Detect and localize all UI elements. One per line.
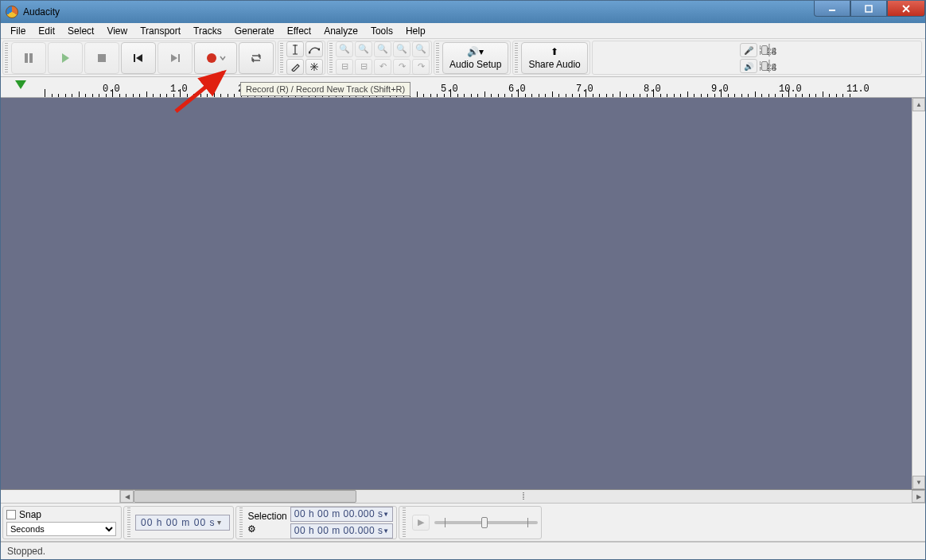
toolbar-grip[interactable]	[436, 43, 439, 73]
selection-end[interactable]: 00 h 00 m 00.000 s▾	[290, 523, 393, 539]
mic-icon[interactable]: 🎤	[740, 43, 757, 57]
menu-effect[interactable]: Effect	[281, 24, 317, 38]
snap-checkbox[interactable]	[6, 510, 16, 519]
recording-meter[interactable]: -48 -24	[768, 44, 770, 56]
fit-project-button[interactable]: 🔍	[393, 41, 410, 57]
record-button[interactable]	[194, 42, 237, 74]
play-button[interactable]	[48, 42, 83, 74]
zoom-in-button[interactable]: 🔍	[336, 41, 353, 57]
trim-button[interactable]: ⊟	[336, 59, 353, 75]
svg-rect-3	[29, 53, 33, 63]
hscroll-track[interactable]	[134, 490, 912, 503]
menu-tools[interactable]: Tools	[364, 24, 399, 38]
share-audio-button[interactable]: ⬆ Share Audio	[521, 42, 587, 74]
audio-setup-label: Audio Setup	[449, 59, 501, 70]
ruler-label: 5.0	[441, 84, 458, 95]
transport-toolbar	[2, 41, 276, 75]
scroll-left-button[interactable]: ◀	[120, 490, 134, 503]
svg-rect-5	[134, 54, 135, 62]
close-button[interactable]	[887, 1, 925, 17]
ruler-label: 11.0	[846, 84, 870, 95]
hscroll-thumb[interactable]	[134, 490, 356, 503]
envelope-tool[interactable]	[305, 41, 323, 57]
undo-button[interactable]: ↶	[374, 59, 391, 75]
status-text: Stopped.	[7, 546, 45, 557]
snap-unit-select[interactable]: Seconds	[6, 522, 116, 536]
stop-button[interactable]	[84, 42, 119, 74]
zoom-toggle-button[interactable]: 🔍	[412, 41, 430, 57]
maximize-button[interactable]	[850, 1, 887, 17]
menu-file[interactable]: File	[4, 24, 32, 38]
window-title: Audacity	[23, 6, 60, 18]
speed-slider-thumb[interactable]	[481, 517, 488, 528]
fit-selection-button[interactable]: 🔍	[374, 41, 391, 57]
vertical-scrollbar[interactable]: ▲ ▼	[912, 98, 925, 489]
loop-button[interactable]	[239, 42, 274, 74]
playback-meter[interactable]: -48 -24	[768, 60, 770, 72]
toolbar-grip[interactable]	[127, 508, 130, 538]
skip-start-button[interactable]	[121, 42, 156, 74]
gear-icon[interactable]: ⚙	[247, 523, 286, 535]
menu-transport[interactable]: Transport	[134, 24, 187, 38]
selection-tool[interactable]	[286, 41, 304, 57]
menu-tracks[interactable]: Tracks	[187, 24, 228, 38]
scroll-right-button[interactable]: ▶	[912, 490, 925, 503]
toolbar-grip[interactable]	[515, 43, 518, 73]
menu-generate[interactable]: Generate	[228, 24, 281, 38]
play-at-speed-button[interactable]: ▶	[412, 515, 430, 531]
silence-button[interactable]: ⊟	[355, 59, 372, 75]
svg-rect-1	[866, 6, 872, 12]
menubar: File Edit Select View Transport Tracks G…	[1, 23, 925, 39]
app-icon	[6, 6, 18, 18]
redo-button[interactable]: ↷	[393, 59, 410, 75]
svg-rect-4	[98, 54, 106, 62]
draw-tool[interactable]	[286, 59, 304, 75]
ruler-label: 0.0	[103, 84, 120, 95]
menu-view[interactable]: View	[100, 24, 134, 38]
multi-tool[interactable]	[305, 59, 323, 75]
skip-end-button[interactable]	[158, 42, 193, 74]
selection-start[interactable]: 00 h 00 m 00.000 s▾	[290, 507, 393, 522]
selection-panel: Selection ⚙ 00 h 00 m 00.000 s▾ 00 h 00 …	[235, 506, 397, 539]
track-area[interactable]: ▲ ▼	[1, 98, 925, 490]
selection-label: Selection	[247, 511, 286, 522]
time-panel: 00 h 00 m 00 s▾	[123, 506, 234, 539]
audio-setup-button[interactable]: 🔊▾ Audio Setup	[442, 42, 508, 74]
menu-select[interactable]: Select	[61, 24, 100, 38]
menu-analyze[interactable]: Analyze	[317, 24, 364, 38]
toolbar-grip[interactable]	[403, 508, 406, 538]
menu-edit[interactable]: Edit	[32, 24, 61, 38]
menu-help[interactable]: Help	[399, 24, 432, 38]
speaker-meter-icon[interactable]: 🔊	[740, 59, 757, 73]
toolbar-grip[interactable]	[239, 508, 243, 538]
record-tooltip: Record (R) / Record New Track (Shift+R)	[240, 82, 410, 96]
redo-button-2[interactable]: ↷	[412, 59, 430, 75]
toolbar-grip[interactable]	[280, 43, 283, 73]
scroll-down-button[interactable]: ▼	[912, 476, 925, 489]
snap-panel: Snap Seconds	[2, 506, 122, 539]
tools-toolbar	[278, 41, 325, 75]
meter-slider-thumb[interactable]	[761, 45, 768, 55]
meter-slider-thumb[interactable]	[761, 61, 768, 71]
playback-speed-panel: ▶	[399, 506, 542, 539]
speed-slider[interactable]	[434, 521, 538, 524]
snap-label: Snap	[19, 509, 41, 520]
time-display[interactable]: 00 h 00 m 00 s▾	[135, 515, 230, 531]
ruler-label: 8.0	[644, 84, 661, 95]
zoom-out-button[interactable]: 🔍	[355, 41, 372, 57]
meter-toolbar: 🎤 LR -48 -24 🔊 LR -48 -24	[592, 41, 922, 75]
status-bar: Stopped.	[1, 542, 925, 559]
toolbar-grip[interactable]	[329, 43, 333, 73]
ruler-label: 9.0	[711, 84, 729, 95]
bottom-toolbar: Snap Seconds 00 h 00 m 00 s▾ Selection ⚙…	[1, 504, 925, 542]
minimize-button[interactable]	[814, 1, 850, 17]
timeline-ruler[interactable]: 0.01.02.03.04.05.06.07.08.09.010.011.0	[1, 77, 925, 98]
svg-point-7	[207, 53, 216, 63]
scroll-up-button[interactable]: ▲	[912, 98, 925, 111]
ruler-label: 6.0	[508, 84, 526, 95]
toolbar-grip[interactable]	[5, 43, 8, 73]
ruler-label: 1.0	[170, 84, 188, 95]
share-audio-label: Share Audio	[528, 59, 580, 70]
pause-button[interactable]	[11, 42, 46, 74]
ruler-label: 10.0	[779, 84, 802, 95]
